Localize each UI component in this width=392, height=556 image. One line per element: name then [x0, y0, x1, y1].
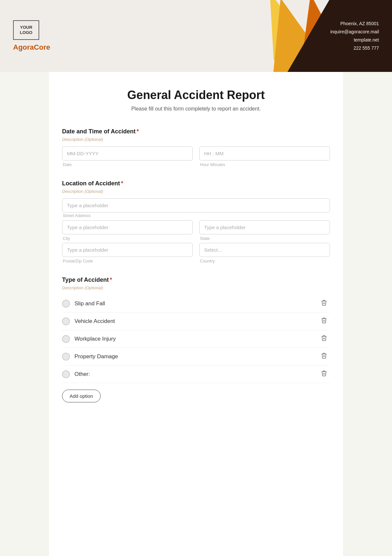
state-input-group: State [199, 220, 330, 241]
page-header: YOUR LOGO AgoraCore Phoenix, AZ 85001 in… [0, 0, 392, 72]
radio-circle-2[interactable] [62, 317, 70, 325]
radio-left-2: Vehicle Accident [62, 317, 115, 325]
delete-icon-1[interactable] [318, 298, 330, 309]
state-label: State [199, 236, 330, 241]
section-date-time: Date and Time of Accident* Description (… [62, 128, 330, 167]
zip-input-group: Postal/Zip Code [62, 243, 193, 263]
radio-circle-4[interactable] [62, 353, 70, 361]
location-label: Location of Accident* [62, 180, 330, 187]
add-option-button[interactable]: Add option [62, 390, 101, 402]
country-select[interactable] [199, 243, 330, 257]
date-field-label: Date [62, 162, 193, 167]
radio-option-2: Vehicle Accident [62, 312, 330, 330]
main-content: General Accident Report Please fill out … [49, 72, 343, 556]
delete-icon-2[interactable] [318, 316, 330, 327]
brand-name: AgoraCore [13, 43, 50, 52]
time-field-label: Hour Minutes [199, 162, 330, 167]
required-star-type: * [110, 277, 112, 283]
date-input[interactable] [62, 146, 193, 160]
address-line4: 222 555 777 [330, 44, 379, 52]
form-subtitle: Please fill out this form completely to … [62, 106, 330, 112]
logo-box: YOUR LOGO [13, 20, 39, 40]
header-contact: Phoenix, AZ 85001 inquire@agoracore.mail… [317, 10, 392, 62]
country-label: Country [199, 259, 330, 263]
radio-label-2: Vehicle Accident [74, 318, 115, 325]
street-label: Street Address [62, 213, 90, 218]
zip-input[interactable] [62, 243, 193, 257]
radio-option-5: Other: [62, 365, 330, 383]
radio-left-3: Workplace Injury [62, 335, 116, 343]
section-accident-type: Type of Accident* Description (Optional)… [62, 277, 330, 402]
date-time-label: Date and Time of Accident* [62, 128, 330, 135]
delete-icon-3[interactable] [318, 333, 330, 344]
radio-option-4: Property Damage [62, 348, 330, 365]
radio-label-1: Slip and Fall [74, 300, 105, 307]
date-input-group: Date [62, 146, 193, 167]
radio-label-4: Property Damage [74, 353, 118, 360]
delete-icon-5[interactable] [318, 369, 330, 379]
time-input[interactable] [199, 146, 330, 160]
radio-label-3: Workplace Injury [74, 336, 116, 342]
radio-option-3: Workplace Injury [62, 330, 330, 348]
address-line3: template.net [330, 36, 379, 44]
date-time-description: Description (Optional) [62, 137, 330, 142]
address-line1: Phoenix, AZ 85001 [330, 20, 379, 28]
required-star: * [137, 128, 139, 135]
city-label: City [62, 236, 193, 241]
location-description: Description (Optional) [62, 189, 330, 194]
required-star-location: * [121, 180, 123, 187]
radio-label-5: Other: [74, 371, 90, 378]
delete-icon-4[interactable] [318, 351, 330, 362]
street-input-group: Street Address [62, 198, 330, 218]
date-time-row: Date Hour Minutes [62, 146, 330, 167]
radio-left-4: Property Damage [62, 353, 118, 361]
zip-label: Postal/Zip Code [62, 259, 193, 263]
city-input[interactable] [62, 220, 193, 234]
radio-left-5: Other: [62, 370, 90, 378]
time-input-group: Hour Minutes [199, 146, 330, 167]
radio-circle-1[interactable] [62, 300, 70, 308]
city-state-row: City State [62, 220, 330, 241]
section-location: Location of Accident* Description (Optio… [62, 180, 330, 263]
header-left: YOUR LOGO AgoraCore [0, 10, 63, 61]
radio-option-1: Slip and Fall [62, 295, 330, 312]
country-input-group: Country [199, 243, 330, 263]
radio-circle-3[interactable] [62, 335, 70, 343]
logo-text: YOUR LOGO [20, 25, 32, 35]
radio-circle-5[interactable] [62, 370, 70, 378]
city-input-group: City [62, 220, 193, 241]
accident-type-label: Type of Accident* [62, 277, 330, 283]
address-line2: inquire@agoracore.mail [330, 28, 379, 36]
state-input[interactable] [199, 220, 330, 234]
radio-left-1: Slip and Fall [62, 300, 105, 308]
form-title: General Accident Report [62, 88, 330, 102]
zip-country-row: Postal/Zip Code Country [62, 243, 330, 263]
street-input[interactable] [62, 198, 330, 212]
accident-type-description: Description (Optional) [62, 285, 330, 290]
